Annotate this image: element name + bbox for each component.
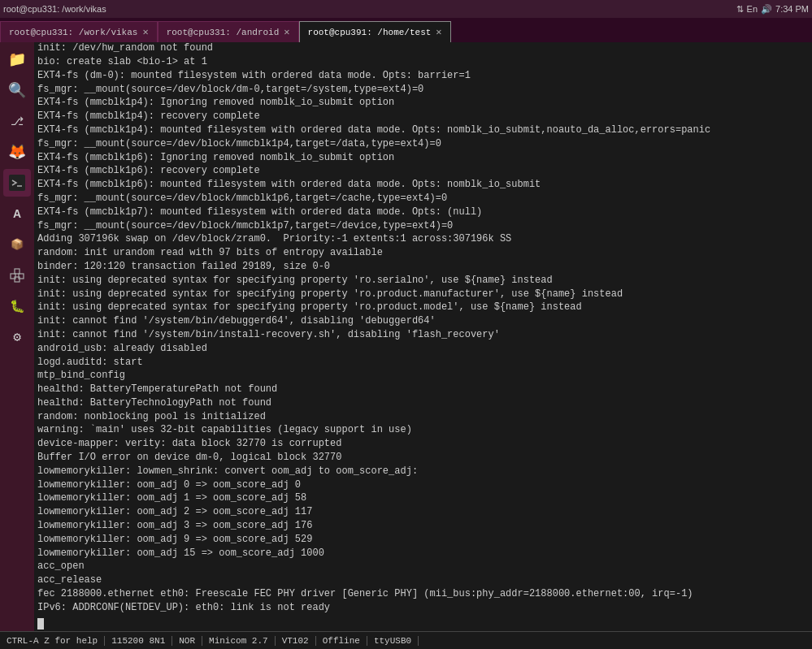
bug-icon[interactable]: 🐛 (3, 292, 31, 320)
terminal-cursor (37, 618, 44, 630)
terminal-line: EXT4-fs (mmcblk1p4): recovery complete (37, 110, 809, 123)
terminal-line: Buffer I/O error on device dm-0, logical… (37, 451, 809, 465)
files-icon[interactable]: 📁 (3, 45, 31, 73)
terminal-line: lowmemorykiller: oom_adj 3 => oom_score_… (37, 519, 809, 533)
firefox-icon[interactable]: 🦊 (3, 138, 31, 166)
terminal-line: Adding 307196k swap on /dev/block/zram0.… (37, 232, 809, 246)
keyboard-layout: En (747, 4, 758, 14)
terminal-line: lowmemorykiller: oom_adj 15 => oom_score… (37, 547, 809, 560)
tab-1-label: root@cpu331: /work/vikas (9, 28, 137, 37)
terminal-line: random: nonblocking pool is initialized (37, 410, 809, 424)
terminal-icon[interactable] (3, 169, 31, 197)
main-layout: 📁 🔍 ⎇ 🦊 A 📦 🐛 ⚙ snvs_rtc 20cc034.snvs-rt… (0, 42, 812, 631)
clock: 7:34 PM (775, 4, 809, 14)
terminal-line: healthd: BatteryTechnologyPath not found (37, 396, 809, 410)
terminal-line: EXT4-fs (dm-0): mounted filesystem with … (37, 69, 809, 83)
tab-3[interactable]: root@cpu391: /home/test ✕ (299, 21, 451, 42)
tab-2-close[interactable]: ✕ (284, 26, 289, 38)
statusbar-emulation: VT102 (276, 636, 316, 646)
system-tray: ⇅ En 🔊 7:34 PM (736, 4, 809, 15)
statusbar-app: Minicom 2.7 (202, 636, 276, 646)
terminal-line: init: cannot find '/system/bin/debuggerd… (37, 314, 809, 328)
terminal-line: EXT4-fs (mmcblk1p6): recovery complete (37, 164, 809, 178)
terminal-line: fec 2188000.ethernet eth0: Freescale FEC… (37, 587, 809, 601)
statusbar-baud: 115200 8N1 (105, 636, 172, 646)
tab-2[interactable]: root@cpu331: /android ✕ (158, 21, 299, 42)
statusbar-help: CTRL-A Z for help (7, 636, 105, 646)
terminal-line: EXT4-fs (mmcblk1p6): mounted filesystem … (37, 178, 809, 192)
terminal-line: bio: create slab <bio-1> at 1 (37, 55, 809, 69)
git-icon[interactable]: ⎇ (3, 107, 31, 135)
terminal-line: fs_mgr: __mount(source=/dev/block/dm-0,t… (37, 83, 809, 97)
terminal-line: init: using deprecated syntax for specif… (37, 288, 809, 301)
statusbar: CTRL-A Z for help 115200 8N1 NOR Minicom… (0, 631, 812, 649)
network-icon: ⇅ (736, 4, 744, 15)
statusbar-protocol: NOR (172, 636, 202, 646)
terminal-line: EXT4-fs (mmcblk1p7): mounted filesystem … (37, 206, 809, 219)
terminal-output[interactable]: snvs_rtc 20cc034.snvs-rtc-lp: setting sy… (34, 42, 812, 617)
terminal-line: init: cannot find '/system/bin/install-r… (37, 328, 809, 342)
statusbar-status: Offline (316, 636, 367, 646)
topbar-left: root@cpu331: /work/vikas (3, 4, 106, 14)
terminal-line: lowmemorykiller: oom_adj 9 => oom_score_… (37, 533, 809, 547)
terminal-line: EXT4-fs (mmcblk1p4): Ignoring removed no… (37, 96, 809, 110)
settings-icon[interactable]: ⚙ (3, 323, 31, 351)
terminal-line: random: init urandom read with 97 bits o… (37, 246, 809, 260)
svg-rect-4 (15, 269, 20, 274)
tab-3-close[interactable]: ✕ (436, 26, 441, 38)
terminal-line: EXT4-fs (mmcblk1p6): Ignoring removed no… (37, 151, 809, 165)
topbar-title: root@cpu331: /work/vikas (3, 4, 106, 14)
tab-3-label: root@cpu391: /home/test (308, 28, 432, 37)
text-editor-icon[interactable]: A (3, 200, 31, 227)
amazon-icon[interactable]: 📦 (3, 231, 31, 258)
extensions-icon[interactable] (3, 262, 31, 289)
terminal-line: lowmemorykiller: lowmen_shrink: convert … (37, 465, 809, 478)
tab-1-close[interactable]: ✕ (142, 26, 148, 38)
terminal-line: lowmemorykiller: oom_adj 2 => oom_score_… (37, 505, 809, 519)
terminal-line: healthd: BatteryTemperaturePath not foun… (37, 383, 809, 396)
terminal-line: lowmemorykiller: oom_adj 0 => oom_score_… (37, 478, 809, 492)
terminal-line: binder: 120:120 transaction failed 29189… (37, 260, 809, 274)
volume-icon: 🔊 (761, 4, 772, 15)
terminal-line: fs_mgr: __mount(source=/dev/block/mmcblk… (37, 219, 809, 233)
terminal-input-line[interactable] (34, 617, 812, 631)
system-topbar: root@cpu331: /work/vikas ⇅ En 🔊 7:34 PM (0, 0, 812, 18)
terminal-line: device-mapper: verity: data block 32770 … (37, 437, 809, 451)
statusbar-device: ttyUSB0 (367, 636, 419, 646)
terminal-line: IPv6: ADDRCONF(NETDEV_UP): eth0: link is… (37, 601, 809, 615)
terminal-line: fs_mgr: __mount(source=/dev/block/mmcblk… (37, 137, 809, 151)
terminal-container: snvs_rtc 20cc034.snvs-rtc-lp: setting sy… (34, 42, 812, 631)
tabs-bar: root@cpu331: /work/vikas ✕ root@cpu331: … (0, 18, 812, 42)
tab-1[interactable]: root@cpu331: /work/vikas ✕ (0, 21, 158, 42)
terminal-line: fs_mgr: __mount(source=/dev/block/mmcblk… (37, 192, 809, 206)
terminal-line: acc_open (37, 560, 809, 573)
terminal-line: init: /dev/hw_random not found (37, 42, 809, 55)
terminal-line: init: using deprecated syntax for specif… (37, 274, 809, 288)
terminal-line: android_usb: already disabled (37, 342, 809, 356)
sidebar: 📁 🔍 ⎇ 🦊 A 📦 🐛 ⚙ (0, 42, 34, 631)
terminal-line: logd.auditd: start (37, 356, 809, 370)
tab-2-label: root@cpu331: /android (167, 28, 280, 37)
terminal-line: EXT4-fs (mmcblk1p4): mounted filesystem … (37, 123, 809, 137)
terminal-line: acc_release (37, 573, 809, 587)
terminal-line: warning: `main' uses 32-bit capabilities… (37, 423, 809, 437)
terminal-line: lowmemorykiller: oom_adj 1 => oom_score_… (37, 491, 809, 505)
search-icon[interactable]: 🔍 (3, 76, 31, 104)
terminal-line: init: using deprecated syntax for specif… (37, 301, 809, 314)
terminal-line: mtp_bind_config (37, 369, 809, 383)
